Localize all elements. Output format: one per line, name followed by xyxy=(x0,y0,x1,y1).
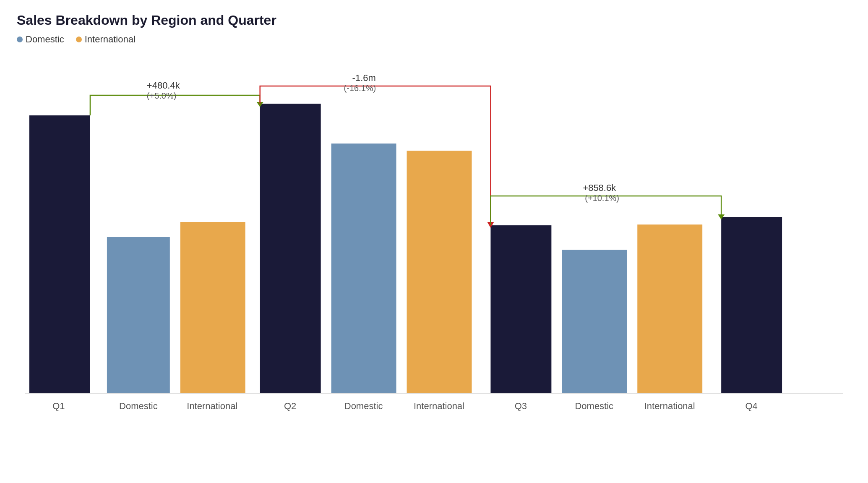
chart-svg: +480.4k (+5.0%) -1.6m (-16.1%) +858.6k (… xyxy=(17,62,851,423)
annotation-value-q2q3: -1.6m xyxy=(352,73,376,83)
q2-domestic-bar xyxy=(331,144,396,393)
xlabel-international-q1: International xyxy=(187,401,237,411)
annotation-value-q3q4: +858.6k xyxy=(583,183,616,193)
legend: Domestic International xyxy=(17,34,851,45)
xlabel-international-q3: International xyxy=(644,401,695,411)
chart-container: Sales Breakdown by Region and Quarter Do… xyxy=(17,13,851,470)
q3-total-bar xyxy=(490,225,551,393)
q1-total-bar xyxy=(29,115,90,393)
international-dot xyxy=(76,37,82,42)
q2-total-bar xyxy=(260,104,321,393)
domestic-label: Domestic xyxy=(26,34,64,45)
annotation-pct-q1q2: (+5.0%) xyxy=(147,91,177,100)
chart-title: Sales Breakdown by Region and Quarter xyxy=(17,13,851,28)
q2-international-bar xyxy=(407,151,472,393)
q1-international-bar xyxy=(180,222,245,393)
annotation-value-q1q2: +480.4k xyxy=(147,80,180,91)
domestic-dot xyxy=(17,37,23,42)
xlabel-q1: Q1 xyxy=(52,401,65,411)
xlabel-domestic-q2: Domestic xyxy=(344,401,383,411)
legend-item-domestic: Domestic xyxy=(17,34,64,45)
xlabel-domestic-q3: Domestic xyxy=(575,401,614,411)
q1-domestic-bar xyxy=(107,237,170,393)
annotation-pct-q2q3: (-16.1%) xyxy=(344,84,376,93)
international-label: International xyxy=(85,34,136,45)
chart-area: +480.4k (+5.0%) -1.6m (-16.1%) +858.6k (… xyxy=(17,62,851,423)
xlabel-q4: Q4 xyxy=(745,401,757,411)
xlabel-q2: Q2 xyxy=(284,401,296,411)
q3-international-bar xyxy=(637,225,702,393)
xlabel-q3: Q3 xyxy=(515,401,527,411)
q4-total-bar xyxy=(721,217,782,393)
legend-item-international: International xyxy=(76,34,136,45)
annotation-pct-q3q4: (+10.1%) xyxy=(585,193,619,203)
q3-domestic-bar xyxy=(562,250,627,393)
xlabel-domestic-q1: Domestic xyxy=(119,401,158,411)
xlabel-international-q2: International xyxy=(414,401,464,411)
